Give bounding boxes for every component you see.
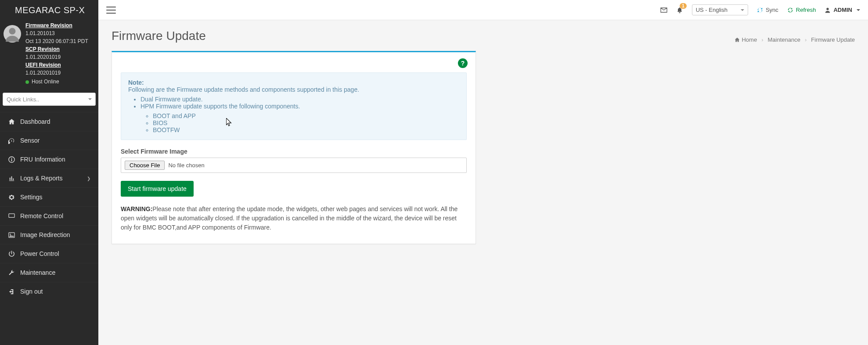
- sidebar-item-settings[interactable]: Settings: [0, 187, 98, 206]
- firmware-revision-value: 1.01.201013: [25, 29, 95, 37]
- select-firmware-label: Select Firmware Image: [121, 148, 467, 155]
- brand-title: MEGARAC SP-X: [0, 0, 98, 21]
- quick-links-dropdown[interactable]: Quick Links..: [3, 93, 96, 106]
- note-bullet-dual: Dual Firmware update.: [140, 96, 459, 103]
- sidebar-item-maintenance[interactable]: Maintenance: [0, 263, 98, 282]
- sidebar-item-power-control[interactable]: Power Control: [0, 244, 98, 263]
- breadcrumb: Home › Maintenance › Firmware Update: [735, 36, 855, 43]
- wrench-icon: [8, 270, 15, 276]
- topbar: 1 US - English Sync Refresh ADMIN: [98, 0, 868, 20]
- sidebar-item-image-redirection[interactable]: Image Redirection: [0, 225, 98, 244]
- no-file-chosen-text: No file chosen: [168, 162, 204, 169]
- note-heading: Note:: [128, 79, 144, 86]
- host-status: Host Online: [25, 78, 95, 86]
- note-sub-bootfw: BOOTFW: [153, 126, 459, 133]
- language-label: US - English: [696, 7, 728, 13]
- chevron-right-icon: ❯: [87, 176, 90, 181]
- menu-toggle-button[interactable]: [106, 7, 116, 14]
- note-bullet-hpm: HPM Firmware update supports the followi…: [140, 103, 459, 133]
- sidebar-item-label: Dashboard: [20, 118, 50, 125]
- messages-icon[interactable]: [660, 7, 667, 14]
- image-icon: [8, 232, 15, 238]
- language-dropdown[interactable]: US - English: [692, 4, 748, 15]
- sidebar-item-label: Settings: [20, 194, 43, 201]
- scp-revision-value: 1.01.20201019: [25, 53, 95, 61]
- start-firmware-update-button[interactable]: Start firmware update: [121, 181, 194, 197]
- note-description: Following are the Firmware update method…: [128, 86, 359, 93]
- notification-badge: 1: [680, 3, 687, 9]
- info-icon: [8, 156, 15, 163]
- sidebar-item-sign-out[interactable]: Sign out: [0, 282, 98, 301]
- sidebar-item-remote-control[interactable]: Remote Control: [0, 206, 98, 225]
- refresh-button[interactable]: Refresh: [787, 7, 816, 13]
- dashboard-icon: [8, 137, 15, 144]
- firmware-update-panel: ? Note: Following are the Firmware updat…: [112, 51, 476, 244]
- caret-down-icon: [741, 9, 744, 11]
- caret-down-icon: [857, 9, 860, 11]
- note-box: Note: Following are the Firmware update …: [121, 72, 467, 140]
- home-icon: [8, 119, 15, 125]
- gear-icon: [8, 194, 15, 201]
- sidebar: MEGARAC SP-X Firmware Revision 1.01.2010…: [0, 0, 98, 345]
- firmware-date: Oct 13 2020 06:07:31 PDT: [25, 37, 95, 45]
- sidebar-item-sensor[interactable]: Sensor: [0, 131, 98, 150]
- sidebar-item-fru-information[interactable]: FRU Information: [0, 150, 98, 169]
- warning-text: WARNING:Please note that after entering …: [121, 205, 467, 232]
- home-icon: [735, 37, 740, 43]
- firmware-file-input[interactable]: Choose File No file chosen: [121, 158, 467, 173]
- breadcrumb-current: Firmware Update: [811, 36, 855, 43]
- chart-icon: [8, 175, 15, 182]
- power-icon: [8, 251, 15, 257]
- help-icon[interactable]: ?: [458, 58, 468, 68]
- firmware-revision-label: Firmware Revision: [25, 22, 95, 29]
- sidebar-nav: DashboardSensorFRU InformationLogs & Rep…: [0, 112, 98, 301]
- sidebar-item-label: Power Control: [20, 250, 59, 257]
- sidebar-item-label: Logs & Reports: [20, 175, 63, 182]
- uefi-revision-label: UEFI Revision: [25, 61, 95, 69]
- note-sub-boot-app: BOOT and APP: [153, 112, 459, 119]
- choose-file-button[interactable]: Choose File: [125, 161, 165, 170]
- sidebar-item-label: Sign out: [20, 288, 43, 295]
- status-dot-icon: [25, 80, 29, 84]
- sidebar-item-label: Maintenance: [20, 269, 55, 276]
- sidebar-item-label: Sensor: [20, 137, 40, 144]
- scp-revision-label: SCP Revision: [25, 45, 95, 53]
- note-sub-bios: BIOS: [153, 119, 459, 126]
- sidebar-item-label: Remote Control: [20, 212, 63, 219]
- uefi-revision-value: 1.01.20201019: [25, 69, 95, 77]
- breadcrumb-home[interactable]: Home: [735, 36, 757, 43]
- signout-icon: [8, 288, 15, 295]
- monitor-icon: [8, 213, 15, 219]
- refresh-icon: [787, 7, 793, 13]
- quick-links-placeholder: Quick Links..: [7, 96, 39, 103]
- page-title: Firmware Update: [112, 29, 206, 43]
- notifications-icon[interactable]: 1: [676, 7, 683, 14]
- breadcrumb-maintenance[interactable]: Maintenance: [768, 36, 800, 43]
- sidebar-item-label: Image Redirection: [20, 231, 70, 238]
- sync-icon: [757, 7, 763, 13]
- user-block: Firmware Revision 1.01.201013 Oct 13 202…: [0, 21, 98, 89]
- sync-button[interactable]: Sync: [757, 7, 778, 13]
- sidebar-item-dashboard[interactable]: Dashboard: [0, 112, 98, 131]
- user-menu[interactable]: ADMIN: [825, 7, 860, 13]
- sidebar-item-label: FRU Information: [20, 156, 65, 163]
- user-icon: [825, 7, 831, 13]
- avatar: [4, 25, 21, 43]
- caret-down-icon: [88, 98, 92, 100]
- sidebar-item-logs-reports[interactable]: Logs & Reports❯: [0, 169, 98, 187]
